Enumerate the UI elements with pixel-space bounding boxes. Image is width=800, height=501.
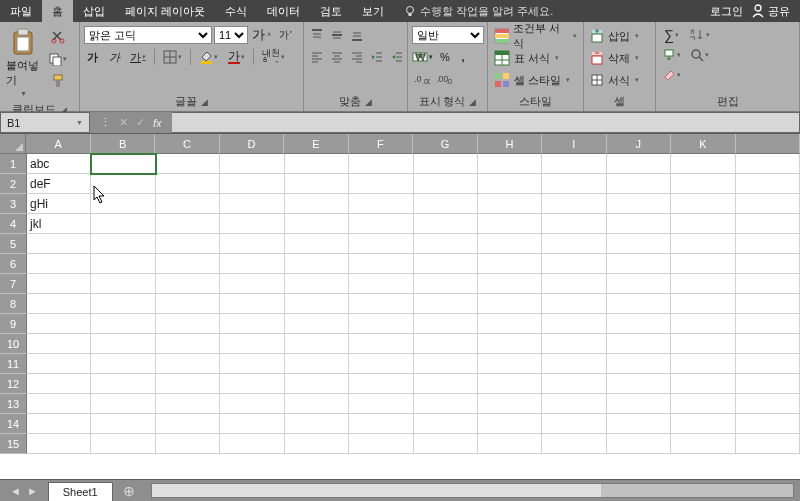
select-all-corner[interactable] <box>0 134 26 154</box>
cell-E2[interactable] <box>285 174 349 194</box>
cell-K8[interactable] <box>671 294 735 314</box>
align-right-button[interactable] <box>348 48 366 66</box>
cell-A13[interactable] <box>27 394 91 414</box>
cell-F5[interactable] <box>349 234 413 254</box>
autosum-button[interactable]: ∑▾ <box>660 26 683 44</box>
cell-5[interactable] <box>736 234 800 254</box>
row-head-11[interactable]: 11 <box>0 354 27 374</box>
cell-J5[interactable] <box>607 234 671 254</box>
cell-G6[interactable] <box>414 254 478 274</box>
cell-K6[interactable] <box>671 254 735 274</box>
cell-A6[interactable] <box>27 254 91 274</box>
cell-A15[interactable] <box>27 434 91 454</box>
cell-D4[interactable] <box>220 214 284 234</box>
cell-F8[interactable] <box>349 294 413 314</box>
cell-C11[interactable] <box>156 354 220 374</box>
cell-A3[interactable]: gHi <box>27 194 91 214</box>
paste-button[interactable]: 붙여넣기 ▼ <box>4 24 42 101</box>
cell-B12[interactable] <box>91 374 155 394</box>
cell-G3[interactable] <box>414 194 478 214</box>
cell-7[interactable] <box>736 274 800 294</box>
cell-12[interactable] <box>736 374 800 394</box>
cell-C3[interactable] <box>156 194 220 214</box>
cell-F9[interactable] <box>349 314 413 334</box>
cell-D9[interactable] <box>220 314 284 334</box>
cell-E6[interactable] <box>285 254 349 274</box>
cell-K14[interactable] <box>671 414 735 434</box>
cell-A9[interactable] <box>27 314 91 334</box>
cell-I8[interactable] <box>542 294 606 314</box>
cell-G4[interactable] <box>414 214 478 234</box>
cell-I12[interactable] <box>542 374 606 394</box>
tell-me[interactable]: 수행할 작업을 알려 주세요. <box>394 0 563 22</box>
cell-A14[interactable] <box>27 414 91 434</box>
cell-K1[interactable] <box>671 154 735 174</box>
cell-H6[interactable] <box>478 254 542 274</box>
fill-color-button[interactable]: ▾ <box>197 48 220 66</box>
cell-J10[interactable] <box>607 334 671 354</box>
align-middle-button[interactable] <box>328 26 346 44</box>
cell-D11[interactable] <box>220 354 284 374</box>
font-color-button[interactable]: 가▾ <box>226 48 247 66</box>
cell-C1[interactable] <box>156 154 220 174</box>
cell-G15[interactable] <box>414 434 478 454</box>
cell-B4[interactable] <box>91 214 155 234</box>
cell-I4[interactable] <box>542 214 606 234</box>
cell-J1[interactable] <box>607 154 671 174</box>
cell-E11[interactable] <box>285 354 349 374</box>
cell-F4[interactable] <box>349 214 413 234</box>
cell-B10[interactable] <box>91 334 155 354</box>
cell-H12[interactable] <box>478 374 542 394</box>
cell-10[interactable] <box>736 334 800 354</box>
cell-14[interactable] <box>736 414 800 434</box>
copy-button[interactable]: ▾ <box>46 50 69 68</box>
cell-E15[interactable] <box>285 434 349 454</box>
cell-F14[interactable] <box>349 414 413 434</box>
cell-K13[interactable] <box>671 394 735 414</box>
enter-formula-button[interactable]: ✓ <box>136 116 145 129</box>
italic-button[interactable]: 가 <box>106 48 122 66</box>
cell-C8[interactable] <box>156 294 220 314</box>
cell-B2[interactable] <box>91 174 155 194</box>
cell-E5[interactable] <box>285 234 349 254</box>
cut-button[interactable] <box>46 28 69 46</box>
clear-button[interactable]: ▾ <box>660 66 683 84</box>
cell-H7[interactable] <box>478 274 542 294</box>
cell-H15[interactable] <box>478 434 542 454</box>
cell-H14[interactable] <box>478 414 542 434</box>
cell-C9[interactable] <box>156 314 220 334</box>
cell-K5[interactable] <box>671 234 735 254</box>
cell-B11[interactable] <box>91 354 155 374</box>
cell-J11[interactable] <box>607 354 671 374</box>
cell-C14[interactable] <box>156 414 220 434</box>
cell-I7[interactable] <box>542 274 606 294</box>
add-sheet-button[interactable]: ⊕ <box>113 480 145 501</box>
cell-I2[interactable] <box>542 174 606 194</box>
border-button[interactable]: ▾ <box>161 48 184 66</box>
row-head-10[interactable]: 10 <box>0 334 27 354</box>
cell-C4[interactable] <box>156 214 220 234</box>
cell-13[interactable] <box>736 394 800 414</box>
cell-D13[interactable] <box>220 394 284 414</box>
cell-8[interactable] <box>736 294 800 314</box>
col-head-H[interactable]: H <box>478 134 542 154</box>
menu-tab-검토[interactable]: 검토 <box>310 0 352 22</box>
cell-F7[interactable] <box>349 274 413 294</box>
cell-D15[interactable] <box>220 434 284 454</box>
cell-G12[interactable] <box>414 374 478 394</box>
cell-E1[interactable] <box>285 154 349 174</box>
cell-G11[interactable] <box>414 354 478 374</box>
cell-F11[interactable] <box>349 354 413 374</box>
font-launcher[interactable]: ◢ <box>201 97 208 107</box>
cell-J8[interactable] <box>607 294 671 314</box>
cell-J4[interactable] <box>607 214 671 234</box>
cell-F12[interactable] <box>349 374 413 394</box>
share-button[interactable]: 공유 <box>751 4 790 19</box>
cell-H8[interactable] <box>478 294 542 314</box>
cell-B9[interactable] <box>91 314 155 334</box>
cell-E7[interactable] <box>285 274 349 294</box>
cell-K4[interactable] <box>671 214 735 234</box>
cell-I3[interactable] <box>542 194 606 214</box>
row-head-8[interactable]: 8 <box>0 294 27 314</box>
cell-K12[interactable] <box>671 374 735 394</box>
